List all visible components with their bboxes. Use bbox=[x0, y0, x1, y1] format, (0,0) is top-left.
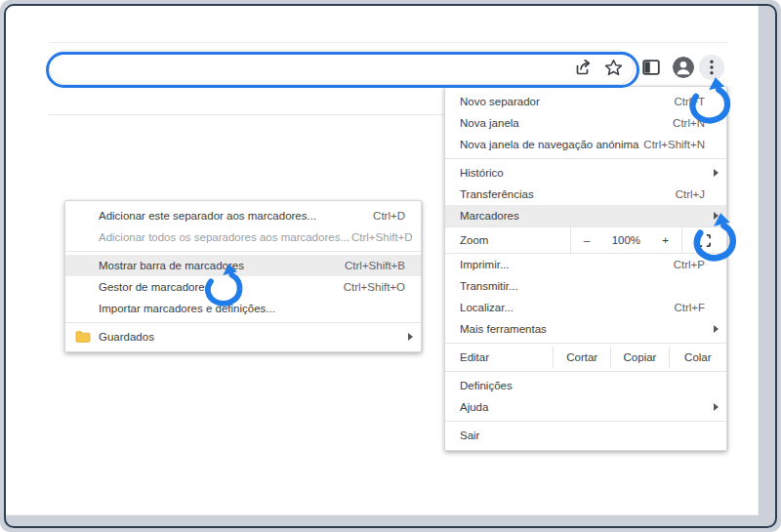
side-panel-icon[interactable] bbox=[641, 58, 661, 77]
menu-item-label: Imprimir... bbox=[460, 259, 509, 270]
menu-item-label: Localizar... bbox=[460, 302, 514, 313]
submenu-item-mostrar-barra[interactable]: Mostrar barra de marcadores Ctrl+Shift+B bbox=[65, 255, 421, 276]
submenu-arrow-icon bbox=[714, 403, 719, 411]
zoom-level: 100% bbox=[612, 234, 640, 246]
menu-item-shortcut: Ctrl+Shift+B bbox=[345, 260, 405, 271]
menu-item-nova-janela[interactable]: Nova janela Ctrl+N bbox=[445, 112, 726, 134]
menu-separator bbox=[445, 158, 726, 159]
paste-button[interactable]: Colar bbox=[669, 347, 726, 368]
menu-separator bbox=[65, 251, 421, 252]
tutorial-image: Novo separador Ctrl+T Nova janela Ctrl+N… bbox=[0, 0, 781, 532]
menu-item-nova-janela-anonima[interactable]: Nova janela de navegação anónima Ctrl+Sh… bbox=[445, 134, 726, 155]
menu-item-transferencias[interactable]: Transferências Ctrl+J bbox=[445, 184, 726, 205]
menu-item-label: Transmitir... bbox=[460, 280, 518, 292]
menu-item-label: Mostrar barra de marcadores bbox=[99, 260, 244, 271]
menu-item-shortcut: Ctrl+T bbox=[674, 96, 705, 107]
menu-item-label: Nova janela de navegação anónima bbox=[460, 139, 639, 150]
folder-icon bbox=[75, 330, 91, 344]
menu-item-label: Ajuda bbox=[460, 401, 488, 413]
menu-item-sair[interactable]: Sair bbox=[445, 425, 726, 446]
menu-item-localizar[interactable]: Localizar... Ctrl+F bbox=[445, 297, 726, 318]
copy-button[interactable]: Copiar bbox=[610, 347, 668, 368]
menu-item-marcadores[interactable]: Marcadores bbox=[445, 205, 726, 226]
browser-menu: Novo separador Ctrl+T Nova janela Ctrl+N… bbox=[444, 86, 727, 451]
address-bar[interactable] bbox=[49, 50, 635, 85]
menu-item-transmitir[interactable]: Transmitir... bbox=[445, 275, 726, 297]
toolbar-top-divider bbox=[49, 42, 727, 43]
menu-item-label: Adicionar todos os separadores aos marca… bbox=[99, 231, 349, 243]
submenu-item-adicionar-separador[interactable]: Adicionar este separador aos marcadores.… bbox=[65, 205, 421, 226]
menu-item-label: Novo separador bbox=[460, 96, 540, 107]
menu-item-mais-ferramentas[interactable]: Mais ferramentas bbox=[445, 318, 726, 340]
menu-separator bbox=[445, 371, 726, 372]
menu-item-label: Definições bbox=[460, 380, 513, 391]
submenu-item-guardados[interactable]: Guardados bbox=[65, 326, 421, 348]
menu-item-historico[interactable]: Histórico bbox=[445, 162, 726, 184]
zoom-in-button[interactable]: + bbox=[662, 234, 669, 246]
menu-item-shortcut: Ctrl+Shift+D bbox=[351, 231, 413, 243]
menu-item-label: Mais ferramentas bbox=[460, 323, 547, 335]
menu-item-label: Nova janela bbox=[460, 117, 519, 129]
bookmark-star-icon[interactable] bbox=[602, 57, 624, 78]
submenu-item-adicionar-todos: Adicionar todos os separadores aos marca… bbox=[65, 226, 421, 248]
menu-item-label: Adicionar este separador aos marcadores.… bbox=[99, 210, 316, 222]
menu-item-shortcut: Ctrl+D bbox=[373, 210, 405, 222]
menu-item-label: Gestor de marcadores bbox=[99, 281, 210, 293]
fullscreen-icon bbox=[697, 233, 712, 248]
toolbar-bottom-divider bbox=[49, 114, 444, 115]
profile-icon[interactable] bbox=[673, 57, 694, 78]
edit-label: Editar bbox=[460, 351, 489, 363]
share-icon[interactable] bbox=[572, 57, 594, 78]
menu-item-label: Importar marcadores e definições... bbox=[99, 303, 275, 314]
menu-item-shortcut: Ctrl+Shift+O bbox=[344, 281, 405, 293]
menu-separator bbox=[445, 421, 726, 422]
menu-item-shortcut: Ctrl+P bbox=[674, 259, 705, 270]
menu-item-shortcut: Ctrl+Shift+N bbox=[643, 139, 705, 150]
submenu-item-gestor[interactable]: Gestor de marcadores Ctrl+Shift+O bbox=[65, 276, 421, 298]
menu-item-label: Sair bbox=[460, 430, 479, 441]
menu-item-shortcut: Ctrl+F bbox=[674, 302, 705, 313]
cut-button[interactable]: Cortar bbox=[553, 347, 610, 368]
zoom-out-button[interactable]: – bbox=[584, 234, 590, 246]
submenu-arrow-icon bbox=[714, 325, 719, 333]
menu-separator bbox=[65, 322, 421, 323]
submenu-arrow-icon bbox=[714, 169, 719, 177]
bookmarks-submenu: Adicionar este separador aos marcadores.… bbox=[64, 200, 422, 352]
menu-item-imprimir[interactable]: Imprimir... Ctrl+P bbox=[445, 254, 726, 275]
menu-item-definicoes[interactable]: Definições bbox=[445, 375, 726, 396]
menu-item-ajuda[interactable]: Ajuda bbox=[445, 396, 726, 418]
menu-item-label: Marcadores bbox=[460, 210, 519, 222]
menu-item-zoom: Zoom – 100% + bbox=[445, 226, 726, 254]
zoom-label: Zoom bbox=[460, 234, 488, 246]
submenu-item-importar[interactable]: Importar marcadores e definições... bbox=[65, 298, 421, 319]
menu-item-novo-separador[interactable]: Novo separador Ctrl+T bbox=[445, 91, 726, 112]
fullscreen-button[interactable] bbox=[682, 227, 726, 253]
menu-item-shortcut: Ctrl+J bbox=[676, 188, 705, 200]
submenu-arrow-icon bbox=[408, 333, 413, 341]
menu-item-label: Guardados bbox=[99, 331, 154, 343]
submenu-arrow-icon bbox=[714, 212, 719, 220]
menu-separator bbox=[445, 343, 726, 344]
menu-item-label: Histórico bbox=[460, 167, 504, 179]
menu-item-label: Transferências bbox=[460, 188, 534, 200]
menu-item-editar: Editar Cortar Copiar Colar bbox=[445, 347, 726, 368]
menu-item-shortcut: Ctrl+N bbox=[673, 117, 705, 129]
menu-dots-icon[interactable] bbox=[699, 55, 724, 80]
